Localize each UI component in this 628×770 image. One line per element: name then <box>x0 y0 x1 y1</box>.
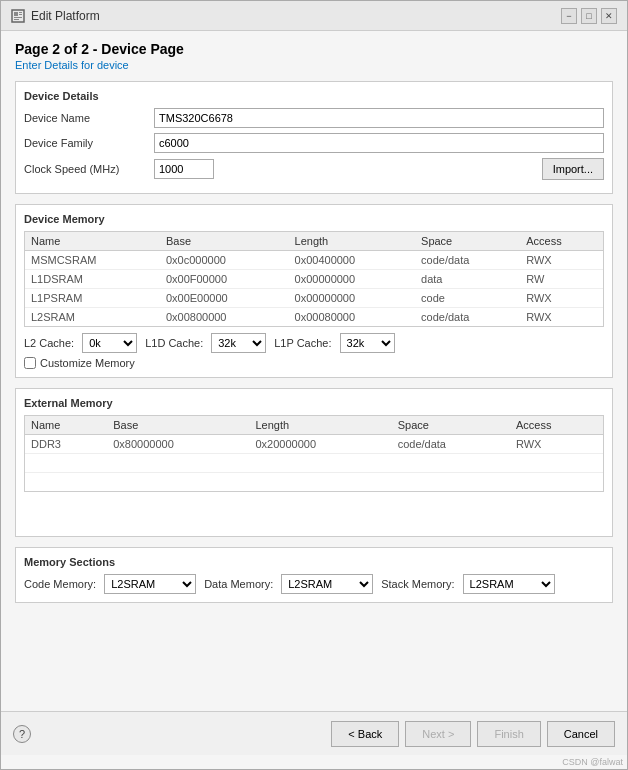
ext-col-header-length: Length <box>249 416 391 435</box>
main-window: Edit Platform − □ ✕ Page 2 of 2 - Device… <box>0 0 628 770</box>
import-button[interactable]: Import... <box>542 158 604 180</box>
device-family-label: Device Family <box>24 137 154 149</box>
external-memory-table: Name Base Length Space Access DDR30x8000… <box>25 416 603 491</box>
svg-rect-5 <box>14 19 19 20</box>
customize-row: Customize Memory <box>24 357 604 369</box>
device-memory-header-row: Name Base Length Space Access <box>25 232 603 251</box>
back-button[interactable]: < Back <box>331 721 399 747</box>
title-bar: Edit Platform − □ ✕ <box>1 1 627 31</box>
external-memory-title: External Memory <box>24 397 604 409</box>
l2-cache-label: L2 Cache: <box>24 337 74 349</box>
code-memory-label: Code Memory: <box>24 578 96 590</box>
device-details-title: Device Details <box>24 90 604 102</box>
ext-col-header-space: Space <box>392 416 510 435</box>
stack-memory-select[interactable]: L2SRAMMSMCSRAMDDR3 <box>463 574 555 594</box>
l1d-cache-select[interactable]: 0k4k8k16k32k <box>211 333 266 353</box>
device-memory-title: Device Memory <box>24 213 604 225</box>
device-name-row: Device Name <box>24 108 604 128</box>
col-header-name: Name <box>25 232 160 251</box>
table-row: L1PSRAM0x00E000000x00000000codeRWX <box>25 289 603 308</box>
memory-sections-title: Memory Sections <box>24 556 604 568</box>
memory-sections-section: Memory Sections Code Memory: L2SRAMMSMCS… <box>15 547 613 603</box>
bottom-left: ? <box>13 725 31 743</box>
l1p-cache-label: L1P Cache: <box>274 337 331 349</box>
ext-col-header-base: Base <box>107 416 249 435</box>
device-name-label: Device Name <box>24 112 154 124</box>
window-title: Edit Platform <box>31 9 100 23</box>
svg-rect-1 <box>14 12 18 16</box>
finish-button[interactable]: Finish <box>477 721 540 747</box>
code-memory-select[interactable]: L2SRAMMSMCSRAMDDR3 <box>104 574 196 594</box>
device-memory-section: Device Memory Name Base Length Space Acc… <box>15 204 613 378</box>
page-title: Page 2 of 2 - Device Page <box>15 41 613 57</box>
table-row: L1DSRAM0x00F000000x00000000dataRW <box>25 270 603 289</box>
external-memory-table-container: Name Base Length Space Access DDR30x8000… <box>24 415 604 492</box>
cache-row: L2 Cache: 0k32k64k128k256k L1D Cache: 0k… <box>24 333 604 353</box>
close-button[interactable]: ✕ <box>601 8 617 24</box>
ext-col-header-name: Name <box>25 416 107 435</box>
table-row <box>25 454 603 473</box>
customize-memory-checkbox[interactable] <box>24 357 36 369</box>
ext-memory-header-row: Name Base Length Space Access <box>25 416 603 435</box>
device-family-input[interactable] <box>154 133 604 153</box>
device-memory-table: Name Base Length Space Access MSMCSRAM0x… <box>25 232 603 326</box>
svg-rect-4 <box>14 17 22 18</box>
content-area: Page 2 of 2 - Device Page Enter Details … <box>1 31 627 711</box>
page-subtitle: Enter Details for device <box>15 59 613 71</box>
customize-memory-label: Customize Memory <box>40 357 135 369</box>
memory-sections-row: Code Memory: L2SRAMMSMCSRAMDDR3 Data Mem… <box>24 574 604 594</box>
data-memory-label: Data Memory: <box>204 578 273 590</box>
col-header-length: Length <box>289 232 416 251</box>
external-memory-section: External Memory Name Base Length Space A… <box>15 388 613 537</box>
data-memory-select[interactable]: L2SRAMMSMCSRAMDDR3 <box>281 574 373 594</box>
table-row <box>25 473 603 492</box>
clock-speed-label: Clock Speed (MHz) <box>24 163 154 175</box>
table-row: MSMCSRAM0x0c0000000x00400000code/dataRWX <box>25 251 603 270</box>
l1p-cache-select[interactable]: 0k4k8k16k32k <box>340 333 395 353</box>
minimize-button[interactable]: − <box>561 8 577 24</box>
help-button[interactable]: ? <box>13 725 31 743</box>
maximize-button[interactable]: □ <box>581 8 597 24</box>
device-family-row: Device Family <box>24 133 604 153</box>
device-memory-table-container: Name Base Length Space Access MSMCSRAM0x… <box>24 231 604 327</box>
col-header-base: Base <box>160 232 289 251</box>
device-name-input[interactable] <box>154 108 604 128</box>
window-icon <box>11 9 25 23</box>
clock-speed-row: Clock Speed (MHz) Import... <box>24 158 604 180</box>
watermark: CSDN @falwat <box>1 755 627 769</box>
bottom-bar: ? < Back Next > Finish Cancel <box>1 711 627 755</box>
l2-cache-select[interactable]: 0k32k64k128k256k <box>82 333 137 353</box>
svg-rect-2 <box>19 12 22 13</box>
col-header-space: Space <box>415 232 520 251</box>
title-bar-left: Edit Platform <box>11 9 100 23</box>
svg-rect-3 <box>19 14 22 15</box>
table-row: DDR30x800000000x20000000code/dataRWX <box>25 435 603 454</box>
col-header-access: Access <box>520 232 603 251</box>
table-row: L2SRAM0x008000000x00080000code/dataRWX <box>25 308 603 327</box>
cancel-button[interactable]: Cancel <box>547 721 615 747</box>
bottom-buttons: < Back Next > Finish Cancel <box>331 721 615 747</box>
stack-memory-label: Stack Memory: <box>381 578 454 590</box>
ext-col-header-access: Access <box>510 416 603 435</box>
title-bar-controls: − □ ✕ <box>561 8 617 24</box>
clock-speed-input[interactable] <box>154 159 214 179</box>
device-details-section: Device Details Device Name Device Family… <box>15 81 613 194</box>
next-button[interactable]: Next > <box>405 721 471 747</box>
l1d-cache-label: L1D Cache: <box>145 337 203 349</box>
